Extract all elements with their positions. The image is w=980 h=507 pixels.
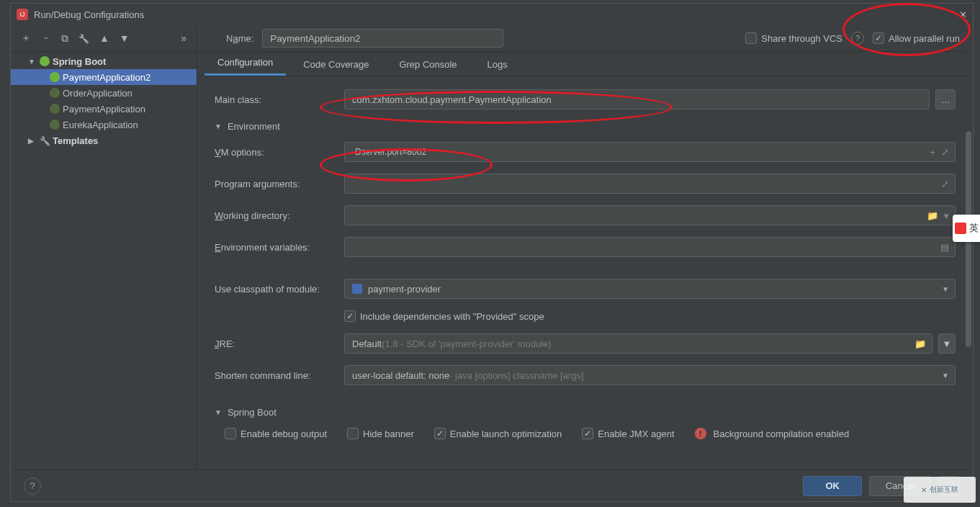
name-row: Name: Share through VCS ? Allow parallel… [197, 25, 973, 52]
add-icon[interactable]: + [930, 147, 935, 158]
working-directory-input[interactable]: 📁▾ [344, 205, 956, 225]
scrollbar[interactable] [964, 127, 973, 438]
spring-icon [50, 120, 60, 130]
down-icon[interactable]: ▼ [120, 32, 130, 44]
allow-parallel-checkbox[interactable]: Allow parallel run [873, 32, 960, 44]
jre-value: Default [352, 338, 382, 349]
include-provided-checkbox[interactable]: Include dependencies with "Provided" sco… [344, 310, 544, 322]
list-icon[interactable]: ▤ [940, 242, 949, 253]
env-vars-input[interactable]: ▤ [344, 237, 956, 257]
chevron-down-icon: ▼ [215, 122, 222, 130]
main-panel: Name: Share through VCS ? Allow parallel… [197, 25, 973, 470]
dialog-footer: ? OK Cancel [11, 470, 973, 501]
chevron-down-icon: ▼ [942, 372, 949, 380]
working-directory-label: Working directory: [215, 210, 344, 221]
enable-launch-opt-checkbox[interactable]: Enable launch optimization [434, 428, 562, 439]
tree-cat-springboot[interactable]: ▼ Spring Boot [11, 53, 197, 69]
sidebar: ＋ － ⧉ ▲ ▼ » ▼ Spring Boot PaymentApplica… [11, 25, 197, 470]
jre-dropdown[interactable]: Default (1.8 - SDK of 'payment-provider'… [344, 333, 932, 354]
tab-bar: Configuration Code Coverage Grep Console… [197, 52, 973, 76]
tab-configuration[interactable]: Configuration [204, 51, 286, 76]
module-icon [352, 284, 362, 294]
tree-item-payment[interactable]: PaymentApplication [11, 101, 197, 117]
help-button[interactable]: ? [24, 477, 41, 495]
spring-icon [50, 104, 60, 114]
environment-section-header[interactable]: ▼ Environment [215, 121, 956, 132]
enable-debug-label: Enable debug output [240, 429, 327, 439]
help-icon[interactable]: ? [851, 32, 864, 45]
collapse-icon[interactable]: » [181, 32, 186, 44]
ime-icon [955, 223, 966, 234]
chevron-down-icon: ▼ [28, 58, 38, 66]
enable-launch-opt-label: Enable launch optimization [450, 429, 562, 439]
add-icon[interactable]: ＋ [21, 32, 31, 45]
config-tree: ▼ Spring Boot PaymentApplication2 OrderA… [11, 52, 197, 470]
app-icon: IJ [17, 9, 28, 20]
expand-icon[interactable]: ⤢ [941, 147, 949, 158]
watermark: ✕ 创新互联 [904, 477, 976, 503]
checkbox-icon [582, 428, 593, 439]
hide-banner-label: Hide banner [363, 429, 414, 439]
dialog-window: IJ Run/Debug Configurations ✕ ＋ － ⧉ ▲ ▼ … [10, 3, 974, 502]
shorten-value: user-local default: none [352, 370, 449, 381]
bg-compilation-status: ! Background compilation enabled [695, 428, 850, 439]
enable-debug-checkbox[interactable]: Enable debug output [225, 428, 327, 439]
tree-label: OrderApplication [63, 88, 132, 99]
share-vcs-label: Share through VCS [761, 33, 842, 44]
program-args-input[interactable]: ⤢ [344, 174, 956, 194]
up-icon[interactable]: ▲ [99, 32, 109, 44]
checkbox-icon [347, 428, 359, 439]
jre-chevron-button[interactable]: ▼ [938, 333, 956, 354]
springboot-section-header[interactable]: ▼ Spring Boot [215, 407, 956, 418]
close-icon[interactable]: ✕ [959, 9, 967, 20]
shorten-label: Shorten command line: [215, 370, 344, 381]
warning-icon: ! [695, 428, 706, 439]
hide-banner-checkbox[interactable]: Hide banner [347, 428, 414, 439]
bg-compilation-label: Background compilation enabled [714, 429, 850, 439]
allow-parallel-label: Allow parallel run [889, 33, 960, 44]
checkbox-icon [434, 428, 446, 439]
share-vcs-checkbox[interactable]: Share through VCS [745, 32, 842, 44]
main-class-value: com.zxhtom.cloud.payment.PaymentApplicat… [352, 94, 552, 105]
main-class-input[interactable]: com.zxhtom.cloud.payment.PaymentApplicat… [344, 89, 930, 109]
copy-icon[interactable]: ⧉ [61, 32, 68, 45]
folder-icon[interactable]: 📁 [914, 338, 926, 349]
name-input[interactable] [262, 29, 503, 48]
enable-jmx-checkbox[interactable]: Enable JMX agent [582, 428, 674, 439]
expand-icon[interactable]: ⤢ [941, 179, 949, 189]
env-vars-label: Environment variables: [215, 242, 344, 253]
ime-badge[interactable]: 英 [953, 215, 980, 242]
tree-label: Spring Boot [53, 56, 106, 67]
tree-item-payment2[interactable]: PaymentApplication2 [11, 69, 197, 85]
vm-options-input[interactable]: -Dserver.port=8002 +⤢ [344, 142, 956, 162]
springboot-header-label: Spring Boot [228, 407, 277, 418]
tree-label: Templates [53, 135, 98, 146]
chevron-down-icon: ▼ [215, 408, 222, 416]
shorten-dropdown[interactable]: user-local default: none - java [options… [344, 365, 956, 385]
tab-logs[interactable]: Logs [475, 53, 521, 76]
environment-header-label: Environment [228, 121, 280, 132]
spring-icon [50, 88, 60, 98]
tree-cat-templates[interactable]: ▶ Templates [11, 133, 197, 148]
spring-icon [50, 72, 60, 82]
classpath-dropdown[interactable]: payment-provider ▼ [344, 279, 956, 299]
remove-icon[interactable]: － [41, 32, 51, 45]
wrench-icon[interactable] [78, 32, 89, 44]
shorten-hint: - java [options] classname [args] [449, 370, 583, 381]
enable-jmx-label: Enable JMX agent [598, 429, 674, 439]
classpath-value: payment-provider [368, 284, 441, 295]
vm-options-label: VM options: [215, 147, 344, 158]
tree-label: EurekaApplication [63, 120, 138, 130]
folder-icon[interactable]: 📁 [927, 210, 938, 221]
tree-item-eureka[interactable]: EurekaApplication [11, 117, 197, 133]
tab-grep[interactable]: Grep Console [386, 53, 469, 76]
jre-hint: (1.8 - SDK of 'payment-provider' module) [382, 338, 551, 349]
browse-class-button[interactable]: … [935, 89, 956, 109]
name-label: Name: [226, 33, 253, 44]
checkbox-icon [873, 32, 884, 44]
tree-item-order[interactable]: OrderApplication [11, 85, 197, 101]
ok-button[interactable]: OK [803, 476, 862, 496]
chevron-down-icon[interactable]: ▾ [944, 210, 949, 221]
include-provided-label: Include dependencies with "Provided" sco… [360, 311, 544, 322]
tab-coverage[interactable]: Code Coverage [290, 53, 382, 76]
